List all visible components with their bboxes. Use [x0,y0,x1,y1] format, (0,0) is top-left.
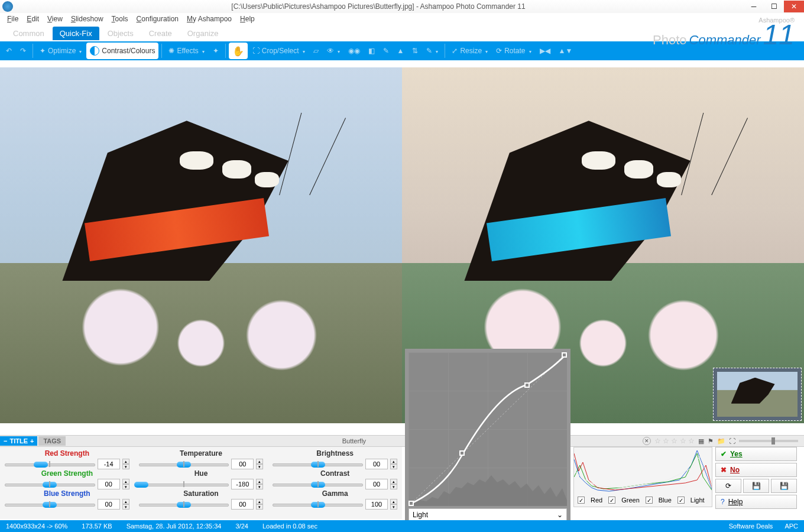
check-icon: ✔ [721,450,727,458]
menu-edit[interactable]: Edit [27,15,39,23]
brightness-value[interactable]: 00 [365,459,388,469]
tab-common[interactable]: Common [6,27,51,40]
red-strength-spinner[interactable]: ▴▾ [122,459,129,469]
status-apc[interactable]: APC [784,523,798,530]
green-strength-slider[interactable] [5,480,95,488]
temperature-slider[interactable] [139,460,229,468]
green-strength-value[interactable]: 00 [98,479,120,489]
save-as-button[interactable]: 💾 [771,479,797,493]
curve-point-3[interactable] [562,352,567,358]
close-panel-icon[interactable]: ✕ [643,437,651,445]
green-strength-spinner[interactable]: ▴▾ [122,479,129,489]
brush-button[interactable]: ✎ [423,43,442,59]
menu-configuration[interactable]: Configuration [137,15,179,23]
histogram-red-checkbox[interactable]: ✓ [578,497,585,504]
saturation-slider[interactable] [139,500,229,508]
straighten-button[interactable]: ▱ [310,43,322,59]
histogram-blue-checkbox[interactable]: ✓ [646,497,653,504]
undo-button[interactable]: ↶ [2,43,15,59]
gamma-value[interactable]: 100 [365,499,388,510]
erase-button[interactable]: ◧ [365,43,378,59]
hue-spinner[interactable]: ▴▾ [256,479,263,489]
flag-icon[interactable]: ⚑ [708,437,714,445]
menu-slideshow[interactable]: Slideshow [71,15,103,23]
titlebar: [C:\Users\Public\Pictures\Ashampoo Pictu… [0,0,804,13]
rating-stars[interactable]: ☆ ☆ ☆ ☆ ☆ [654,437,695,445]
expand-icon[interactable]: ⛶ [729,437,735,445]
flip-v-button[interactable]: ▲▼ [555,43,576,59]
saturation-value[interactable]: 00 [231,499,254,510]
original-pane[interactable] [0,67,402,423]
gamma-slider[interactable] [273,500,363,508]
blue-strength-slider[interactable] [5,500,95,508]
curve-point-0[interactable] [409,501,414,506]
tab-quick-fix[interactable]: Quick-Fix [53,27,99,40]
menu-view[interactable]: View [47,15,63,23]
temperature-value[interactable]: 00 [231,459,254,469]
curves-channel-select[interactable]: Light⌄ [409,508,567,521]
contrast-label: Contrast [320,469,349,478]
redo-button[interactable]: ↷ [17,43,30,59]
pan-button[interactable]: ✋ [229,43,248,59]
curve-point-2[interactable] [524,382,530,388]
save-button[interactable]: 💾 [743,479,769,493]
temperature-label: Temperature [180,449,222,458]
flip-h-button[interactable]: ▶◀ [536,43,554,59]
levels-button[interactable]: ⇅ [409,43,422,59]
gamma-spinner[interactable]: ▴▾ [390,499,397,510]
hue-value[interactable]: -180 [231,479,254,489]
redeye-button[interactable]: 👁 [323,43,343,59]
folder-icon[interactable]: 📁 [717,437,725,445]
red-strength-slider[interactable] [5,460,95,468]
effects-button[interactable]: ✺Effects [165,43,208,59]
rotate-button[interactable]: ⟳Rotate [492,43,534,59]
tab-organize[interactable]: Organize [180,27,226,40]
contrast-spinner[interactable]: ▴▾ [390,479,397,489]
saturation-spinner[interactable]: ▴▾ [256,499,263,510]
status-deals[interactable]: Software Deals [729,523,773,530]
reset-button[interactable]: ⟳ [715,479,741,493]
menu-help[interactable]: Help [240,15,255,23]
blue-strength-spinner[interactable]: ▴▾ [122,499,129,510]
spotfix-button[interactable]: ✦ [209,43,222,59]
green-strength-label: Green Strength [41,469,93,478]
sharpen-button[interactable]: ▲ [394,43,408,59]
crop-button[interactable]: ⛶Crop/Select [249,43,309,59]
curves-canvas[interactable] [409,352,567,506]
tags-chip[interactable]: TAGS [38,436,66,446]
yes-button[interactable]: ✔Yes [715,447,797,461]
title-chip[interactable]: −TITLE+ [0,436,37,446]
maximize-button[interactable]: ☐ [764,1,784,12]
resize-button[interactable]: ⤢Resize [448,43,491,59]
no-button[interactable]: ✖No [715,463,797,477]
temperature-spinner[interactable]: ▴▾ [256,459,263,469]
contrast-colours-button[interactable]: Contrast/Colours [86,43,158,59]
menu-file[interactable]: File [7,15,18,23]
zoom-slider[interactable] [739,440,798,442]
save-icon: 💾 [752,482,761,490]
brightness-spinner[interactable]: ▴▾ [390,459,397,469]
close-button[interactable]: ✕ [784,1,804,12]
histogram-green-checkbox[interactable]: ✓ [608,497,615,504]
contrast-value[interactable]: 00 [365,479,388,489]
help-button[interactable]: ?Help [715,495,797,509]
menu-my-ashampoo[interactable]: My Ashampoo [187,15,232,23]
menu-tools[interactable]: Tools [112,15,128,23]
brush-icon: ✎ [426,47,432,55]
curve-point-1[interactable] [459,450,465,456]
tab-objects[interactable]: Objects [100,27,141,40]
red-strength-value[interactable]: -14 [98,459,120,469]
blue-strength-value[interactable]: 00 [98,499,120,510]
minimize-button[interactable]: ─ [744,1,764,12]
hue-slider[interactable] [139,480,229,488]
optimize-button[interactable]: ✦Optimize [36,43,85,59]
color-tag-icon[interactable]: ▦ [698,437,704,445]
contrast-slider[interactable] [273,480,363,488]
histogram-chart [574,447,712,494]
histogram-light-checkbox[interactable]: ✓ [677,497,685,504]
heal-button[interactable]: ✎ [380,43,393,59]
tab-create[interactable]: Create [142,27,179,40]
navigator-thumbnail[interactable] [713,368,802,421]
clone-button[interactable]: ◉◉ [345,43,364,59]
brightness-slider[interactable] [273,460,363,468]
